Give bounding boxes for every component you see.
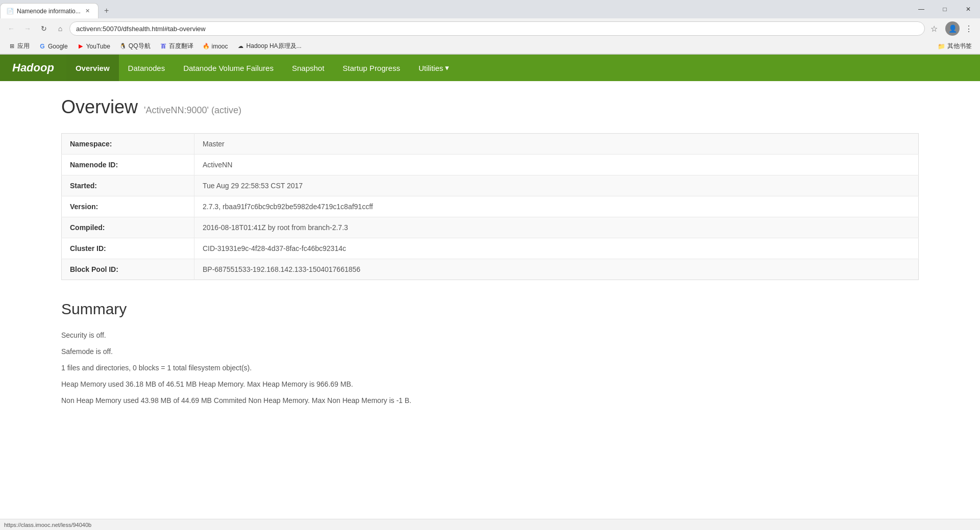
row-value: 2.7.3, rbaa91f7c6bc9cb92be5982de4719c1c8… — [194, 196, 919, 217]
hadoop-logo[interactable]: Hadoop — [0, 55, 66, 81]
tab-title: Namenode informatio... — [17, 8, 81, 15]
hadoop-nav-links: Overview Datanodes Datanode Volume Failu… — [66, 55, 458, 81]
summary-title: Summary — [61, 300, 919, 318]
row-value: BP-687551533-192.168.142.133-15040176618… — [194, 259, 919, 280]
bookmark-baidu-label: 百度翻译 — [169, 42, 193, 51]
bookmark-baidu[interactable]: 百 百度翻译 — [156, 41, 198, 52]
nav-link-overview[interactable]: Overview — [66, 55, 119, 81]
bookmark-folder-icon: 📁 — [938, 43, 945, 50]
bookmark-qq-label: QQ导航 — [129, 42, 151, 51]
table-row: Compiled: 2016-08-18T01:41Z by root from… — [62, 217, 919, 238]
active-tab[interactable]: 📄 Namenode informatio... ✕ — [0, 3, 99, 18]
address-bar[interactable] — [69, 21, 925, 36]
bookmark-youtube[interactable]: ▶ YouTube — [73, 42, 114, 51]
table-row: Namenode ID: ActiveNN — [62, 155, 919, 175]
browser-chrome: 📄 Namenode informatio... ✕ + ← → ↻ ⌂ ☆ 👤… — [0, 0, 980, 55]
browser-controls: ← → ↻ ⌂ ☆ 👤 ⋮ — [0, 18, 980, 39]
tab-close-button[interactable]: ✕ — [84, 7, 92, 15]
bookmark-hadoop-label: Hadoop HA原理及... — [247, 42, 302, 51]
row-value: CID-31931e9c-4f28-4d37-8fac-fc46bc92314c — [194, 238, 919, 259]
hadoop-bookmark-icon: ☁ — [237, 43, 244, 50]
profile-icon[interactable]: 👤 — [945, 21, 960, 36]
tab-bar: 📄 Namenode informatio... ✕ + — [0, 0, 980, 18]
bookmark-hadoop[interactable]: ☁ Hadoop HA原理及... — [233, 41, 306, 52]
nav-link-utilities[interactable]: Utilities ▾ — [409, 55, 458, 81]
home-button[interactable]: ⌂ — [53, 21, 67, 36]
row-label: Namespace: — [62, 134, 194, 155]
window-controls: — □ ✕ — [910, 0, 980, 18]
row-value: Tue Aug 29 22:58:53 CST 2017 — [194, 175, 919, 196]
table-row: Version: 2.7.3, rbaa91f7c6bc9cb92be5982d… — [62, 196, 919, 217]
summary-line: Non Heap Memory used 43.98 MB of 44.69 M… — [61, 393, 919, 408]
new-tab-button[interactable]: + — [101, 5, 113, 17]
back-button[interactable]: ← — [4, 21, 18, 36]
other-bookmarks-text: 其他书签 — [947, 42, 972, 51]
row-label: Namenode ID: — [62, 155, 194, 175]
overview-subtitle: 'ActiveNN:9000' (active) — [144, 105, 241, 116]
youtube-icon: ▶ — [77, 43, 84, 50]
row-value: 2016-08-18T01:41Z by root from branch-2.… — [194, 217, 919, 238]
row-label: Version: — [62, 196, 194, 217]
row-label: Compiled: — [62, 217, 194, 238]
bookmark-star-icon[interactable]: ☆ — [927, 21, 941, 36]
page-title: Overview — [61, 96, 138, 118]
summary-line: Security is off. — [61, 328, 919, 342]
info-table: Namespace: Master Namenode ID: ActiveNN … — [61, 133, 919, 280]
chrome-menu-icon[interactable]: ⋮ — [962, 21, 976, 36]
row-label: Block Pool ID: — [62, 259, 194, 280]
summary-line: 1 files and directories, 0 blocks = 1 to… — [61, 361, 919, 375]
close-button[interactable]: ✕ — [957, 0, 980, 18]
apps-icon: ⊞ — [8, 43, 15, 50]
qq-icon: 🐧 — [119, 43, 127, 50]
summary-text: Security is off.Safemode is off.1 files … — [61, 328, 919, 408]
forward-button[interactable]: → — [20, 21, 35, 36]
table-row: Namespace: Master — [62, 134, 919, 155]
main-content: Overview 'ActiveNN:9000' (active) Namesp… — [0, 81, 980, 430]
bookmark-apps[interactable]: ⊞ 应用 — [4, 41, 34, 52]
other-bookmarks[interactable]: 📁 其他书签 — [934, 41, 976, 52]
table-row: Started: Tue Aug 29 22:58:53 CST 2017 — [62, 175, 919, 196]
utilities-label: Utilities — [419, 64, 443, 72]
imooc-icon: 🔥 — [203, 43, 210, 50]
summary-line: Safemode is off. — [61, 344, 919, 359]
bookmark-imooc[interactable]: 🔥 imooc — [199, 42, 232, 51]
nav-link-datanodes[interactable]: Datanodes — [119, 55, 175, 81]
bookmark-google-label: Google — [48, 43, 68, 50]
nav-link-snapshot[interactable]: Snapshot — [283, 55, 333, 81]
tab-favicon: 📄 — [7, 8, 14, 15]
bookmark-apps-label: 应用 — [17, 42, 30, 51]
table-row: Cluster ID: CID-31931e9c-4f28-4d37-8fac-… — [62, 238, 919, 259]
nav-link-datanode-volume-failures[interactable]: Datanode Volume Failures — [174, 55, 283, 81]
row-label: Cluster ID: — [62, 238, 194, 259]
bookmark-qq[interactable]: 🐧 QQ导航 — [115, 41, 155, 52]
nav-link-startup-progress[interactable]: Startup Progress — [333, 55, 409, 81]
hadoop-navbar: Hadoop Overview Datanodes Datanode Volum… — [0, 55, 980, 81]
google-icon: G — [39, 43, 46, 50]
summary-line: Heap Memory used 36.18 MB of 46.51 MB He… — [61, 377, 919, 391]
row-value: Master — [194, 134, 919, 155]
overview-header: Overview 'ActiveNN:9000' (active) — [61, 96, 919, 121]
reload-button[interactable]: ↻ — [37, 21, 51, 36]
bookmark-youtube-label: YouTube — [86, 43, 110, 50]
minimize-button[interactable]: — — [910, 0, 933, 18]
bookmark-google[interactable]: G Google — [35, 42, 72, 51]
other-bookmarks-label[interactable]: 📁 其他书签 — [934, 41, 976, 52]
bookmarks-bar: ⊞ 应用 G Google ▶ YouTube 🐧 QQ导航 百 百度翻译 🔥 … — [0, 39, 980, 54]
row-label: Started: — [62, 175, 194, 196]
baidu-icon: 百 — [160, 43, 167, 50]
bookmark-imooc-label: imooc — [212, 43, 228, 50]
maximize-button[interactable]: □ — [933, 0, 957, 18]
table-row: Block Pool ID: BP-687551533-192.168.142.… — [62, 259, 919, 280]
row-value: ActiveNN — [194, 155, 919, 175]
utilities-dropdown-icon: ▾ — [445, 63, 449, 72]
